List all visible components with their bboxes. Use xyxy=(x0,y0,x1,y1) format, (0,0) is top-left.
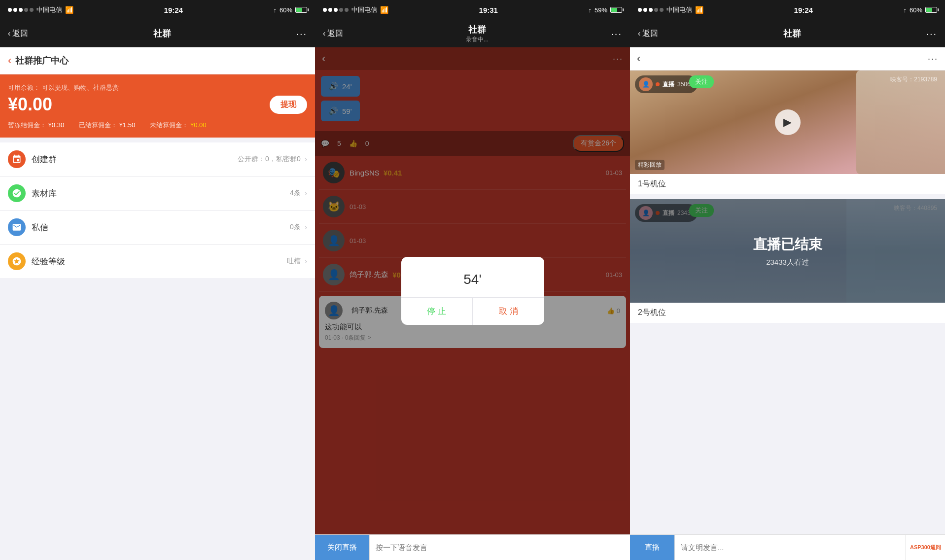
frozen-commission: 暂冻结佣金： ¥0.30 xyxy=(8,121,64,130)
dialog-box: 54' 停 止 取 消 xyxy=(401,257,544,325)
balance-row: ¥0.00 提现 xyxy=(8,94,307,115)
balance-sublabel: 可以提现、购物、社群悬赏 xyxy=(42,84,119,91)
status-right-3: ↑ 60% xyxy=(903,6,937,14)
back-chevron-1: ‹ xyxy=(8,29,10,38)
settled-label: 已结算佣金： xyxy=(79,121,117,129)
live-video-2[interactable]: 👤 直播 23433 关注 映客号：440895 直播已结束 23433人看过 xyxy=(630,199,945,303)
page-subtitle-2: 录音中... xyxy=(466,35,489,44)
settled-value: ¥1.50 xyxy=(119,121,136,129)
time-1: 19:24 xyxy=(164,6,183,14)
live-avatar-1: 👤 xyxy=(639,77,653,91)
more-btn-3[interactable]: ··· xyxy=(926,28,937,39)
back-btn-1[interactable]: ‹ 返回 xyxy=(8,29,28,39)
time-2: 19:31 xyxy=(479,6,498,14)
wifi-icon-2: 📶 xyxy=(380,6,388,14)
comment-input[interactable] xyxy=(674,535,906,560)
chevron-level: › xyxy=(305,257,307,266)
promo-back-icon[interactable]: ‹ xyxy=(8,54,11,67)
status-right-1: ↑ 60% xyxy=(273,6,307,14)
battery-pct-1: 60% xyxy=(280,6,292,14)
back-chevron-2: ‹ xyxy=(323,29,325,38)
unsettled-value: ¥0.00 xyxy=(190,121,207,129)
back-btn-2[interactable]: ‹ 返回 xyxy=(323,29,343,39)
battery-fill-3 xyxy=(926,8,932,12)
time-3: 19:24 xyxy=(794,6,813,14)
stop-button[interactable]: 停 止 xyxy=(401,298,473,325)
status-bar-2: 中国电信 📶 19:31 ↑ 59% xyxy=(315,0,630,20)
page-title-3: 社群 xyxy=(783,28,801,39)
balance-label: 可用余额： 可以提现、购物、社群悬赏 xyxy=(8,83,307,92)
balance-label-text: 可用余额： xyxy=(8,84,40,91)
p2-footer: 关闭直播 xyxy=(315,534,630,560)
p2-content: ‹ ··· 🔊 24' 🔊 59' 💬 5 👍 0 有赏金26个 xyxy=(315,47,630,534)
battery-fill-1 xyxy=(296,8,302,12)
carrier-2: 中国电信 xyxy=(351,5,377,14)
menu-item-level[interactable]: 经验等级 吐槽 › xyxy=(0,245,315,278)
p3-content: ‹ ··· 👤 直播 35069 关注 映客号：2193789 ▶ xyxy=(630,47,945,534)
p3-more-icon[interactable]: ··· xyxy=(928,54,938,64)
frozen-value: ¥0.30 xyxy=(48,121,65,129)
menu-sub-creategroup: 公开群：0，私密群0 xyxy=(238,155,301,164)
status-bar-3: 中国电信 📶 19:24 ↑ 60% xyxy=(630,0,945,20)
voice-input[interactable] xyxy=(369,535,630,560)
live-video-1[interactable]: 👤 直播 35069 关注 映客号：2193789 ▶ 精彩回放 xyxy=(630,70,945,174)
play-btn-1[interactable]: ▶ xyxy=(775,109,801,135)
unsettled-commission: 未结算佣金： ¥0.00 xyxy=(150,121,206,130)
s1 xyxy=(638,8,642,12)
page-title-2: 社群 xyxy=(466,24,489,35)
d2 xyxy=(328,8,332,12)
balance-amount: ¥0.00 xyxy=(8,94,52,115)
live-card-1: 👤 直播 35069 关注 映客号：2193789 ▶ 精彩回放 1号机位 xyxy=(630,70,945,194)
nav-bar-3: ‹ 返回 社群 ··· xyxy=(630,20,945,47)
battery-fill-2 xyxy=(611,8,617,12)
p3-back-icon[interactable]: ‹ xyxy=(637,52,640,65)
menu-list: 创建群 公开群：0，私密群0 › 素材库 4条 › 私信 0条 › xyxy=(0,142,315,278)
s5 xyxy=(660,8,664,12)
d3 xyxy=(334,8,338,12)
settled-commission: 已结算佣金： ¥1.50 xyxy=(79,121,135,130)
more-btn-2[interactable]: ··· xyxy=(611,28,622,39)
s3 xyxy=(649,8,653,12)
battery-pct-2: 59% xyxy=(595,6,607,14)
chevron-materials: › xyxy=(305,189,307,198)
menu-item-dm[interactable]: 私信 0条 › xyxy=(0,210,315,245)
ended-text: 直播已结束 xyxy=(753,235,822,254)
live-card-2: 👤 直播 23433 关注 映客号：440895 直播已结束 23433人看过 … xyxy=(630,199,945,323)
carrier-3: 中国电信 xyxy=(666,5,692,14)
dialog-duration: 54' xyxy=(463,272,482,287)
d5 xyxy=(345,8,349,12)
live-text-1: 直播 xyxy=(663,80,674,89)
menu-text-level: 经验等级 xyxy=(32,256,287,267)
close-live-button[interactable]: 关闭直播 xyxy=(315,535,369,560)
unsettled-label: 未结算佣金： xyxy=(150,121,188,129)
p1-content: ‹ 社群推广中心 可用余额： 可以提现、购物、社群悬赏 ¥0.00 提现 暂冻结… xyxy=(0,47,315,560)
back-label-1: 返回 xyxy=(12,29,28,39)
wifi-icon-3: 📶 xyxy=(695,6,703,14)
menu-icon-materials xyxy=(8,184,26,202)
more-btn-1[interactable]: ··· xyxy=(296,28,307,39)
menu-sub-level: 吐槽 xyxy=(287,257,301,266)
balance-card: 可用余额： 可以提现、购物、社群悬赏 ¥0.00 提现 暂冻结佣金： ¥0.30… xyxy=(0,74,315,138)
page-title-1: 社群 xyxy=(153,28,171,39)
live-button[interactable]: 直播 xyxy=(630,535,674,560)
d4 xyxy=(339,8,343,12)
live-mapke-1: 映客号：2193789 xyxy=(890,75,937,84)
follow-btn-1[interactable]: 关注 xyxy=(689,75,714,88)
battery-pct-3: 60% xyxy=(910,6,922,14)
status-right-2: ↑ 59% xyxy=(588,6,622,14)
commission-row: 暂冻结佣金： ¥0.30 已结算佣金： ¥1.50 未结算佣金： ¥0.00 xyxy=(8,121,307,130)
status-left-3: 中国电信 📶 xyxy=(638,5,703,14)
nav-bar-2: ‹ 返回 社群 录音中... ··· xyxy=(315,20,630,47)
cancel-button[interactable]: 取 消 xyxy=(473,298,544,325)
menu-item-materials[interactable]: 素材库 4条 › xyxy=(0,176,315,210)
menu-icon-creategroup xyxy=(8,150,26,168)
status-left-2: 中国电信 📶 xyxy=(323,5,388,14)
nav-bar-1: ‹ 返回 社群 ··· xyxy=(0,20,315,47)
s4 xyxy=(654,8,658,12)
menu-item-creategroup[interactable]: 创建群 公开群：0，私密群0 › xyxy=(0,142,315,176)
back-btn-3[interactable]: ‹ 返回 xyxy=(638,29,658,39)
panel-1: 中国电信 📶 19:24 ↑ 60% ‹ 返回 社群 ··· ‹ 社群推广中心 xyxy=(0,0,315,560)
withdraw-button[interactable]: 提现 xyxy=(270,96,307,114)
promo-title: 社群推广中心 xyxy=(15,55,69,67)
live-badge-1: 👤 直播 35069 xyxy=(635,75,698,93)
